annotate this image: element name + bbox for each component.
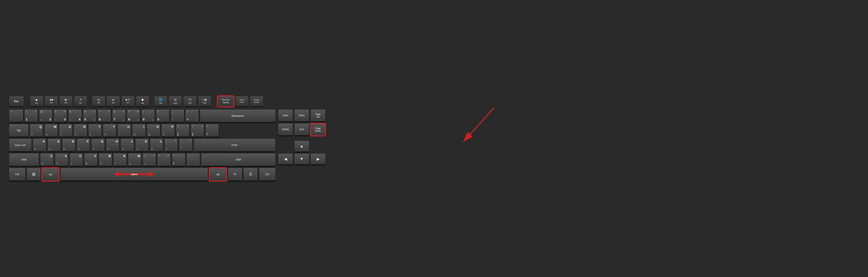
key-bracket-left[interactable]: {Х [	[176, 124, 189, 137]
key-o[interactable]: O Щ	[147, 124, 160, 137]
key-e[interactable]: E У	[59, 124, 72, 137]
key-i[interactable]: I Ш	[132, 124, 146, 137]
key-d[interactable]: D В	[62, 139, 75, 152]
key-ctrl-left[interactable]: Ctrl	[9, 168, 26, 181]
key-m[interactable]: M Ь	[128, 153, 142, 167]
key-f8[interactable]: ⏹ F8	[136, 96, 149, 107]
key-b[interactable]: B И	[99, 153, 112, 167]
key-n[interactable]: N Т	[113, 153, 127, 167]
key-h[interactable]: H Р	[106, 139, 119, 152]
br-main: ]	[192, 132, 193, 136]
key-pause-break[interactable]: PauseBreak	[250, 96, 263, 107]
key-extra-punct[interactable]: , .	[186, 153, 200, 167]
key-alt-right[interactable]: Alt	[209, 168, 227, 181]
key-equals[interactable]: + = Ž	[185, 109, 199, 123]
key-f11[interactable]: 📷 F11	[183, 96, 197, 107]
key-menu[interactable]: ☰	[243, 168, 258, 181]
key-ctrl-right[interactable]: Ctrl	[259, 168, 276, 181]
arrow-up-icon: ▲	[300, 144, 304, 148]
pd-top: >	[159, 154, 160, 157]
key-k[interactable]: K Л	[135, 139, 149, 152]
key-minus[interactable]: _ — -	[171, 109, 184, 123]
key-c[interactable]: C С	[69, 153, 83, 167]
key-delete[interactable]: Delete	[278, 123, 293, 136]
key-v[interactable]: V М	[84, 153, 97, 167]
key-2[interactable]: @ " А 2	[39, 109, 53, 123]
key-u[interactable]: U Г	[118, 124, 131, 137]
key-home[interactable]: Home	[294, 109, 309, 122]
key-page-up[interactable]: PageUp	[310, 109, 326, 122]
key-semicolon[interactable]: :Ж ;	[164, 139, 178, 152]
key-fn[interactable]: Fn	[228, 168, 242, 181]
key-space[interactable]: same	[60, 168, 208, 181]
key-f9[interactable]: 🌐 F9	[154, 96, 167, 107]
key-f10[interactable]: ✉ F10	[168, 96, 182, 107]
key-bracket-right[interactable]: }Ъ ]	[191, 124, 204, 137]
key-f2[interactable]: ◀◀ F2	[44, 96, 58, 107]
key-5[interactable]: % Е 5 Ė	[83, 109, 96, 123]
key-arrow-right[interactable]: ▶	[310, 153, 326, 165]
keyeq-cyr: Ž	[196, 119, 197, 121]
key-end[interactable]: End	[294, 123, 309, 136]
key-caps-lock[interactable]: Caps Lock	[9, 139, 32, 152]
key-f6[interactable]: ⏭ F6	[106, 96, 120, 107]
key-6[interactable]: ^ Š 6 Į	[97, 109, 111, 123]
key-f4[interactable]: ✕ F4	[74, 96, 87, 107]
fn-label: Fn	[234, 173, 237, 176]
key-f3[interactable]: ◀+ F3	[59, 96, 73, 107]
key-j[interactable]: J О	[121, 139, 134, 152]
key-tab[interactable]: Tab	[9, 124, 29, 137]
key-q[interactable]: Q Й	[30, 124, 43, 137]
key-4[interactable]: $ ; З 4	[68, 109, 82, 123]
key-9[interactable]: ( 9 Ū	[142, 109, 155, 123]
h-cyr: Р	[107, 148, 109, 150]
key-esc[interactable]: Esc	[9, 96, 24, 107]
key-l[interactable]: L Д	[150, 139, 163, 152]
key-scroll-lock[interactable]: ScrollLock	[235, 96, 249, 107]
key-x[interactable]: X Х	[55, 153, 68, 167]
key-f12[interactable]: ▭▦ F12	[198, 96, 211, 107]
key-enter[interactable]: Enter	[194, 139, 276, 152]
key-arrow-down[interactable]: ▼	[294, 153, 309, 165]
key-page-down[interactable]: PageDown	[310, 123, 326, 136]
key-slash[interactable]: ?/ /	[172, 153, 185, 167]
key-w[interactable]: W Ц	[44, 124, 58, 137]
key-backslash[interactable]: | \	[205, 124, 219, 137]
key-8[interactable]: ? ✱ 8 Ū	[127, 109, 140, 123]
key-f[interactable]: F А	[76, 139, 90, 152]
n-main: N	[115, 154, 125, 158]
key-r[interactable]: R К	[73, 124, 87, 137]
key-backspace[interactable]: Backspace	[200, 109, 276, 123]
key-z[interactable]: Z Я	[40, 153, 54, 167]
m-cyr: Ь	[129, 162, 131, 165]
key-arrow-up[interactable]: ▲	[294, 141, 309, 152]
key-y[interactable]: Y Н	[103, 124, 116, 137]
key-shift-right[interactable]: Shift	[201, 153, 276, 167]
scroll-lock-label: ScrollLock	[240, 99, 244, 104]
key-3[interactable]: # № Ч 3	[54, 109, 67, 123]
key-a[interactable]: A Ф	[33, 139, 46, 152]
key-shift-left[interactable]: Shift	[9, 153, 39, 167]
key-print-screen[interactable]: Print ScrSysRq	[217, 96, 234, 107]
f5-icon: ⏮	[97, 98, 100, 101]
key-arrow-left[interactable]: ◀	[278, 153, 293, 165]
key-comma[interactable]: <Б ,	[143, 153, 156, 167]
key-backtick[interactable]: ~ `	[9, 109, 23, 123]
br-cyr: Ъ	[201, 125, 203, 127]
key-f1[interactable]: ▶ F1	[30, 96, 43, 107]
key-1[interactable]: ! Ё 1	[24, 109, 38, 123]
key-g[interactable]: G П	[91, 139, 105, 152]
key-quote[interactable]: "Э '	[179, 139, 192, 152]
key-0[interactable]: ) 0	[156, 109, 169, 123]
key-7[interactable]: & Š 7 Ų	[112, 109, 126, 123]
key-p[interactable]: P З	[161, 124, 175, 137]
key-t[interactable]: T Е	[88, 124, 102, 137]
f7-label: F7	[127, 102, 129, 104]
key-alt-left[interactable]: Alt	[42, 168, 59, 181]
key-windows[interactable]: ⊞	[27, 168, 41, 181]
key-f7[interactable]: ▶⏸ F7	[121, 96, 135, 107]
key-period[interactable]: >Ю .	[157, 153, 171, 167]
key-insert[interactable]: Insert	[278, 109, 293, 122]
key-f5[interactable]: ⏮ F5	[92, 96, 105, 107]
key-s[interactable]: S Ы	[48, 139, 61, 152]
